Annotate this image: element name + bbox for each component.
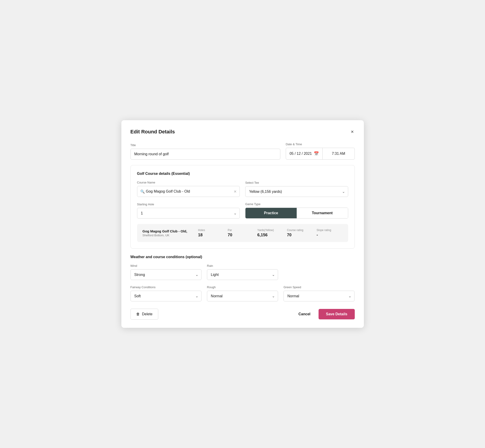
starting-hole-label: Starting Hole (137, 203, 240, 206)
weather-section-title: Weather and course conditions (optional) (130, 255, 355, 259)
title-label: Title (130, 144, 280, 147)
time-field[interactable]: 7:31 AM (323, 148, 355, 159)
rough-select-wrap: Normal ⌄ (207, 291, 278, 301)
fairway-dropdown[interactable]: Soft (130, 291, 202, 301)
course-rating-value: 70 (287, 233, 313, 237)
select-tee-label: Select Tee (245, 181, 348, 184)
starting-hole-group: Starting Hole 1 ⌄ (137, 203, 240, 218)
title-datetime-row: Title Date & Time 05 / 12 / 2021 📅 7:31 … (130, 143, 355, 160)
yards-stat: Yards(Yellow) 6,156 (254, 229, 283, 237)
datetime-group: Date & Time 05 / 12 / 2021 📅 7:31 AM (286, 143, 355, 160)
select-tee-group: Select Tee Yellow (6,156 yards) ⌄ (245, 181, 348, 197)
cancel-button[interactable]: Cancel (297, 309, 312, 319)
starting-hole-dropdown[interactable]: 1 (137, 208, 240, 218)
green-speed-group: Green Speed Normal ⌄ (283, 286, 355, 301)
time-value: 7:31 AM (332, 152, 345, 156)
game-type-group: Game Type Practice Tournament (245, 202, 348, 218)
delete-button[interactable]: 🗑 Delete (130, 309, 158, 320)
course-name-group: Course Name 🔍 ✕ (137, 181, 240, 197)
practice-toggle-button[interactable]: Practice (245, 208, 297, 218)
par-label: Par (228, 229, 254, 232)
trash-icon: 🗑 (136, 312, 140, 316)
rough-dropdown[interactable]: Normal (207, 291, 278, 301)
par-stat: Par 70 (224, 229, 254, 237)
datetime-label: Date & Time (286, 143, 355, 146)
course-name-label: Course Name (137, 181, 240, 184)
game-type-label: Game Type (245, 202, 348, 206)
edit-round-modal: Edit Round Details × Title Date & Time 0… (121, 120, 364, 328)
fairway-group: Fairway Conditions Soft ⌄ (130, 286, 202, 301)
rain-select-wrap: Light ⌄ (207, 269, 278, 280)
course-name-input[interactable] (137, 186, 240, 197)
course-info-name: Gog Magog Golf Club - Old, (143, 229, 194, 233)
calendar-icon: 📅 (314, 151, 319, 156)
yards-label: Yards(Yellow) (257, 229, 283, 232)
save-button[interactable]: Save Details (319, 309, 355, 319)
holes-stat: Holes 18 (194, 229, 224, 237)
green-speed-dropdown[interactable]: Normal (283, 291, 355, 301)
course-rating-stat: Course rating 70 (283, 229, 313, 237)
rain-dropdown[interactable]: Light (207, 269, 278, 280)
wind-group: Wind Strong ⌄ (130, 264, 202, 280)
weather-section: Weather and course conditions (optional)… (130, 255, 355, 301)
wind-dropdown[interactable]: Strong (130, 269, 202, 280)
search-icon: 🔍 (140, 189, 145, 194)
course-info-box: Gog Magog Golf Club - Old, Shelford Bott… (137, 224, 348, 242)
footer-right: Cancel Save Details (297, 309, 355, 319)
holes-label: Holes (198, 229, 224, 232)
holes-value: 18 (198, 233, 224, 237)
close-button[interactable]: × (350, 128, 355, 135)
slope-rating-stat: Slope rating - (313, 229, 342, 237)
rough-label: Rough (207, 286, 278, 289)
golf-section-title: Golf Course details (Essential) (137, 172, 348, 176)
delete-label: Delete (142, 312, 153, 316)
golf-course-section: Golf Course details (Essential) Course N… (130, 165, 355, 248)
hole-gametype-row: Starting Hole 1 ⌄ Game Type Practice Tou… (137, 202, 348, 218)
green-speed-label: Green Speed (283, 286, 355, 289)
slope-rating-label: Slope rating (316, 229, 342, 232)
wind-select-wrap: Strong ⌄ (130, 269, 202, 280)
green-speed-select-wrap: Normal ⌄ (283, 291, 355, 301)
course-tee-row: Course Name 🔍 ✕ Select Tee Yellow (6,156… (137, 181, 348, 197)
yards-value: 6,156 (257, 233, 283, 237)
course-info-name-block: Gog Magog Golf Club - Old, Shelford Bott… (143, 229, 194, 237)
rain-group: Rain Light ⌄ (207, 264, 278, 280)
rough-group: Rough Normal ⌄ (207, 286, 278, 301)
wind-label: Wind (130, 264, 202, 267)
tournament-toggle-button[interactable]: Tournament (297, 208, 348, 218)
course-info-location: Shelford Bottom, UK (143, 233, 194, 237)
wind-rain-row: Wind Strong ⌄ Rain Light ⌄ (130, 264, 355, 280)
date-value: 05 / 12 / 2021 (290, 152, 312, 156)
modal-header: Edit Round Details × (130, 128, 355, 135)
clear-icon[interactable]: ✕ (234, 189, 237, 194)
title-input[interactable] (130, 149, 280, 160)
course-name-search-wrap: 🔍 ✕ (137, 186, 240, 197)
footer-row: 🗑 Delete Cancel Save Details (130, 309, 355, 320)
select-tee-dropdown[interactable]: Yellow (6,156 yards) (245, 186, 348, 197)
date-time-container: 05 / 12 / 2021 📅 7:31 AM (286, 148, 355, 160)
rain-label: Rain (207, 264, 278, 267)
course-rating-label: Course rating (287, 229, 313, 232)
date-field[interactable]: 05 / 12 / 2021 📅 (286, 148, 323, 159)
fairway-label: Fairway Conditions (130, 286, 202, 289)
fairway-select-wrap: Soft ⌄ (130, 291, 202, 301)
title-group: Title (130, 144, 280, 160)
par-value: 70 (228, 233, 254, 237)
starting-hole-wrap: 1 ⌄ (137, 208, 240, 218)
select-tee-wrap: Yellow (6,156 yards) ⌄ (245, 186, 348, 197)
fairway-rough-green-row: Fairway Conditions Soft ⌄ Rough Normal ⌄ (130, 286, 355, 301)
game-type-toggle: Practice Tournament (245, 208, 348, 218)
modal-title: Edit Round Details (130, 129, 175, 135)
slope-rating-value: - (316, 233, 342, 237)
